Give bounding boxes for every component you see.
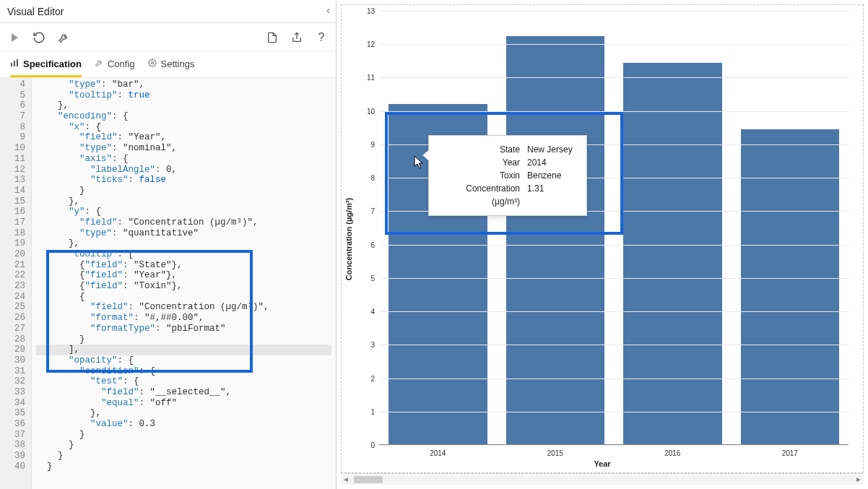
tab-settings-label: Settings — [161, 59, 195, 69]
wrench-icon[interactable] — [56, 30, 71, 45]
svg-point-4 — [151, 61, 153, 64]
y-tick: 10 — [359, 107, 375, 115]
tab-specification[interactable]: Specification — [10, 52, 82, 77]
scroll-right-icon[interactable]: ► — [854, 475, 864, 483]
editor-header: Visual Editor ‹ — [0, 0, 336, 23]
x-tick: 2014 — [379, 449, 497, 457]
scroll-thumb[interactable] — [354, 476, 383, 483]
bars: 2014201520162017 — [379, 11, 849, 445]
y-tick: 0 — [359, 441, 375, 449]
tooltip-value: Benzene — [527, 169, 578, 182]
y-tick: 11 — [359, 74, 375, 82]
bar-chart-icon — [10, 59, 19, 69]
config-icon — [95, 59, 103, 69]
code-editor[interactable]: 4567891011121314151617181920212223242526… — [0, 78, 336, 489]
y-tick: 8 — [359, 174, 375, 182]
tab-config[interactable]: Config — [95, 52, 135, 77]
svg-rect-3 — [17, 59, 18, 66]
new-file-icon[interactable] — [265, 30, 279, 45]
tooltip-key: Concentration (µg/m³) — [438, 182, 520, 208]
y-tick: 12 — [359, 40, 375, 48]
visual-editor-panel: Visual Editor ‹ ? Specification — [0, 0, 337, 489]
share-icon[interactable] — [290, 30, 304, 45]
chart-container: Concentration (µg/m³) 2014201520162017 0… — [341, 4, 864, 473]
y-tick: 1 — [359, 407, 375, 415]
tooltip-key: Toxin — [438, 169, 520, 182]
plot-area[interactable]: 2014201520162017 012345678910111213 — [379, 11, 849, 445]
gear-icon — [148, 59, 157, 69]
chart-panel: Concentration (µg/m³) 2014201520162017 0… — [337, 0, 868, 489]
editor-toolbar: ? — [0, 23, 336, 52]
tooltip-value: New Jersey — [527, 143, 578, 156]
bar-2014[interactable]: 2014 — [379, 11, 497, 444]
tooltip-key: State — [438, 143, 520, 156]
code-content[interactable]: "type": "bar", "tooltip": true }, "encod… — [32, 78, 336, 489]
tooltip-value: 1.31 — [527, 182, 578, 208]
collapse-panel-icon[interactable]: ‹ — [326, 4, 330, 16]
svg-rect-1 — [11, 63, 12, 66]
tooltip: StateNew JerseyYear2014ToxinBenzeneConce… — [428, 135, 587, 216]
line-gutter: 4567891011121314151617181920212223242526… — [0, 78, 32, 489]
y-tick: 5 — [359, 274, 375, 282]
svg-rect-2 — [14, 61, 15, 66]
x-tick: 2016 — [614, 449, 732, 457]
bar-2017[interactable]: 2017 — [732, 11, 849, 444]
editor-title: Visual Editor — [7, 6, 64, 17]
y-tick: 4 — [359, 308, 375, 316]
y-tick: 13 — [359, 7, 375, 15]
run-button[interactable] — [7, 30, 22, 45]
bar-2016[interactable]: 2016 — [614, 11, 732, 444]
y-axis-label: Concentration (µg/m³) — [344, 197, 353, 280]
x-axis-label: Year — [342, 459, 863, 468]
tab-config-label: Config — [108, 59, 135, 69]
y-tick: 7 — [359, 207, 375, 215]
x-tick: 2015 — [497, 449, 615, 457]
y-tick: 9 — [359, 140, 375, 148]
bar-2015[interactable]: 2015 — [497, 11, 615, 444]
x-tick: 2017 — [732, 449, 849, 457]
scroll-left-icon[interactable]: ◄ — [341, 475, 351, 483]
y-tick: 2 — [359, 374, 375, 382]
tab-settings[interactable]: Settings — [148, 52, 195, 77]
editor-tabs: Specification Config Settings — [0, 52, 336, 78]
horizontal-scrollbar[interactable]: ◄ ► — [341, 473, 864, 485]
tooltip-key: Year — [438, 156, 520, 169]
tab-spec-label: Specification — [23, 59, 82, 69]
y-tick: 6 — [359, 241, 375, 248]
y-tick: 3 — [359, 341, 375, 349]
tooltip-value: 2014 — [527, 156, 578, 169]
reset-button[interactable] — [32, 30, 46, 45]
help-icon[interactable]: ? — [314, 30, 329, 45]
